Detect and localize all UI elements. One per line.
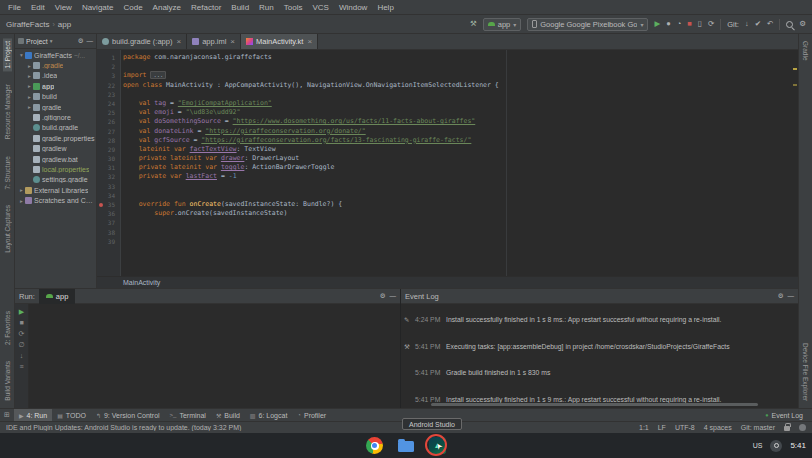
gradle-sync-icon[interactable]: ⟳ [708,20,714,28]
run-console[interactable] [29,304,400,408]
build-hammer-icon[interactable]: ⚒ [470,20,477,28]
device-selector[interactable]: Google Google Pixelbook Go ▾ [527,18,648,31]
gear-icon[interactable]: ⚙ [380,293,386,300]
event-log-body[interactable]: ✎4:24 PMInstall successfully finished in… [401,304,798,408]
tree-item-build-gradle[interactable]: build.gradle [15,123,96,133]
menu-item-window[interactable]: Window [334,3,372,12]
override-marker-icon[interactable] [99,203,103,207]
tree-item-giraffefacts[interactable]: ▾GiraffeFacts~/... [15,50,96,60]
hide-panel-icon[interactable]: — [87,38,94,45]
keyboard-layout-indicator[interactable]: US [753,442,763,449]
gear-icon[interactable]: ⚙ [778,293,784,300]
breadcrumb-module[interactable]: app [58,20,71,29]
tab-build-gradle-app[interactable]: build.gradle (:app)× [97,34,187,49]
tree-item-external-libraries[interactable]: ▸External Libraries [15,185,96,195]
settings-gear-icon[interactable]: ⚙ [799,20,806,28]
tree-item-gradle[interactable]: ▸.gradle [15,60,96,70]
menu-item-tools[interactable]: Tools [279,3,308,12]
tree-item-gradle-properties[interactable]: gradle.properties [15,133,96,143]
tree-item-scratches-and-consoles[interactable]: ▸Scratches and Consoles [15,195,96,205]
toolwindow-6-logcat[interactable]: ▥6: Logcat [245,409,292,422]
breadcrumb-class[interactable]: MainActivity [123,279,160,286]
tree-item-build[interactable]: ▸build [15,92,96,102]
tree-item-gradlew-bat[interactable]: gradlew.bat [15,154,96,164]
pin-icon[interactable]: ≡ [19,363,23,370]
status-git-master[interactable]: Git: master [741,424,775,431]
warning-stripe-mark[interactable] [793,84,797,86]
tree-item-idea[interactable]: ▸.idea [15,71,96,81]
menu-item-navigate[interactable]: Navigate [77,3,119,12]
status-utf-8[interactable]: UTF-8 [675,424,695,431]
debug-icon[interactable]: ● [666,20,671,28]
hide-panel-icon[interactable]: — [390,293,397,300]
menu-item-view[interactable]: View [50,3,77,12]
menu-item-build[interactable]: Build [226,3,254,12]
tree-item-gitignore[interactable]: .gitignore [15,112,96,122]
warning-stripe-mark[interactable] [793,68,797,70]
toolwindow-4-run[interactable]: ▶4: Run [14,409,52,422]
stop-icon[interactable]: ■ [687,20,692,28]
run-tab-app[interactable]: app [39,289,76,304]
scroll-down-icon[interactable]: ↓ [20,352,24,359]
toolwindow-profiler[interactable]: ◔Profiler [292,409,331,422]
status-1-1[interactable]: 1:1 [639,424,649,431]
stripe-item-1-project[interactable]: 1: Project [3,38,12,71]
menu-item-refactor[interactable]: Refactor [186,3,226,12]
rerun-icon[interactable]: ▶ [19,308,24,315]
close-icon[interactable]: × [307,37,312,46]
tab-mainactivity-kt[interactable]: MainActivity.kt× [241,34,318,49]
close-icon[interactable]: × [176,37,181,46]
chrome-icon[interactable] [366,437,383,454]
close-icon[interactable]: × [230,37,235,46]
menu-item-vcs[interactable]: VCS [307,3,333,12]
stop-icon[interactable]: ■ [19,319,23,326]
toolwindow-9-version-control[interactable]: ↰9: Version Control [91,409,165,422]
project-view-selector[interactable]: Project [26,38,48,45]
stripe-item-gradle[interactable]: Gradle [801,38,810,64]
notification-icon[interactable] [799,424,806,431]
toolwindow-switcher-icon[interactable]: ⊞ [4,411,10,419]
tree-item-app[interactable]: ▸app [15,81,96,91]
breadcrumb-project[interactable]: GiraffeFacts [6,20,49,29]
toolwindow-build[interactable]: ⚒Build [211,409,245,422]
gear-icon[interactable]: ⚙ [78,38,84,45]
stripe-item-build-variants[interactable]: Build Variants [3,358,12,404]
clear-icon[interactable]: ∅ [18,341,24,348]
hide-panel-icon[interactable]: — [788,293,795,300]
restart-icon[interactable]: ⟳ [19,330,25,337]
editor[interactable]: 123222324252627282930313233343536373839 … [97,50,798,276]
horizontal-scrollbar[interactable] [431,403,758,406]
lock-icon[interactable] [784,426,790,431]
tree-item-gradlew[interactable]: gradlew [15,144,96,154]
git-revert-icon[interactable]: ↶ [767,20,773,28]
menu-item-analyze[interactable]: Analyze [148,3,186,12]
profile-icon[interactable]: ◔ [677,20,682,28]
git-commit-icon[interactable]: ✔ [755,20,761,28]
tree-item-gradle[interactable]: ▸gradle [15,102,96,112]
menu-item-code[interactable]: Code [118,3,147,12]
tab-app-iml[interactable]: app.iml× [187,34,241,49]
stripe-item-device-file-explorer[interactable]: Device File Explorer [801,340,810,404]
run-icon[interactable]: ▶ [654,20,660,28]
stripe-item-2-favorites[interactable]: 2: Favorites [3,308,12,348]
menu-item-run[interactable]: Run [254,3,279,12]
toolwindow-terminal[interactable]: >_Terminal [165,409,211,422]
code-area[interactable]: package com.naranjaconsal.giraffefactsim… [121,50,798,276]
stripe-item-resource-manager[interactable]: Resource Manager [3,81,12,142]
tray-status-icon[interactable] [770,440,782,452]
menu-item-edit[interactable]: Edit [26,3,50,12]
stripe-item-7-structure[interactable]: 7: Structure [3,153,12,193]
git-pull-icon[interactable]: ↓ [745,20,749,28]
toolwindow-todo[interactable]: ▤TODO [52,409,91,422]
status-lf[interactable]: LF [658,424,666,431]
menu-item-help[interactable]: Help [372,3,398,12]
tree-item-local-properties[interactable]: local.properties [15,164,96,174]
status-4-spaces[interactable]: 4 spaces [704,424,732,431]
device-manager-icon[interactable]: ▯ [698,20,702,28]
stripe-item-layout-captures[interactable]: Layout Captures [3,202,12,256]
android-studio-icon[interactable]: ▲ [429,437,446,454]
run-config-selector[interactable]: app ▾ [483,18,522,31]
toolwindow-event-log[interactable]: ●Event Log [760,409,808,422]
menu-item-file[interactable]: File [3,3,26,12]
search-icon[interactable] [786,21,793,28]
